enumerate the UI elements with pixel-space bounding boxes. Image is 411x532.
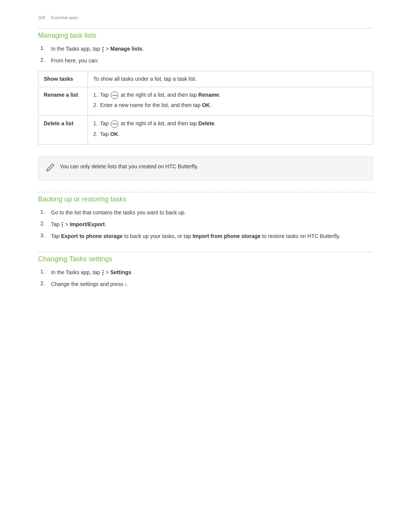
table-row-show-tasks: Show tasks To show all tasks under a lis… (38, 71, 373, 87)
step-number: 2. (40, 220, 49, 227)
delete-steps: 1. Tap at the right of a list, and then … (93, 120, 367, 138)
page-header: 168 Essential apps (38, 15, 373, 21)
section-divider-backup (38, 192, 373, 192)
circle-more-icon (111, 120, 118, 128)
settings-step-1: 1. In the Tasks app, tap > Settings (38, 268, 373, 276)
settings-label: Settings (110, 269, 131, 275)
section-divider-settings (38, 252, 373, 252)
export-label: Export to phone storage (61, 233, 123, 239)
table-label-show-tasks: Show tasks (38, 71, 88, 87)
inner-step-num: 1. (93, 91, 100, 99)
step-number: 1. (40, 45, 49, 51)
settings-step-2: 2. Change the settings and press ‹. (38, 280, 373, 289)
rename-step-2: 2. Enter a new name for the list, and th… (93, 101, 367, 109)
task-options-table: Show tasks To show all tasks under a lis… (38, 71, 373, 145)
page-number: 168 (38, 15, 45, 20)
inner-step-text: Tap at the right of a list, and then tap… (100, 91, 221, 99)
table-desc-rename: 1. Tap at the right of a list, and then … (88, 87, 373, 116)
step-text: Tap > Import/Export. (51, 220, 373, 228)
three-dot-icon (62, 222, 63, 227)
backing-up-content: 1. Go to the list that contains the task… (38, 209, 373, 240)
three-dot-icon (102, 270, 104, 275)
inner-step-num: 2. (93, 130, 100, 138)
step-number: 1. (40, 268, 49, 275)
delete-label: Delete (198, 120, 214, 126)
inner-step-text: Tap at the right of a list, and then tap… (100, 120, 216, 128)
manage-lists-label: Manage lists (110, 46, 142, 52)
managing-task-lists-content: 1. In the Tasks app, tap > Manage lists.… (38, 45, 373, 145)
back-arrow-icon: ‹ (125, 280, 127, 288)
step-text: From here, you can: (51, 57, 373, 65)
section-title-backup: Backing up or restoring tasks (38, 195, 373, 203)
step-text: In the Tasks app, tap > Settings (51, 268, 373, 276)
step-number: 3. (40, 232, 49, 238)
managing-step-1: 1. In the Tasks app, tap > Manage lists. (38, 45, 373, 53)
section-title-managing: Managing task lists (38, 32, 373, 40)
inner-step-text: Enter a new name for the list, and then … (100, 101, 212, 109)
ok-label: OK (202, 102, 210, 108)
table-row-rename: Rename a list 1. Tap at the righ (38, 87, 373, 116)
step-number: 1. (40, 209, 49, 215)
managing-step-2: 2. From here, you can: (38, 57, 373, 65)
rename-steps: 1. Tap at the right of a list, and then … (93, 91, 367, 109)
table-desc-show-tasks: To show all tasks under a list, tap a ta… (88, 71, 373, 87)
section-divider-managing (38, 28, 373, 29)
step-text: In the Tasks app, tap > Manage lists. (51, 45, 373, 53)
step-number: 2. (40, 280, 49, 286)
section-title-settings: Changing Tasks settings (38, 255, 373, 263)
page: 168 Essential apps Managing task lists 1… (0, 0, 411, 532)
step-text: Go to the list that contains the tasks y… (51, 209, 373, 217)
inner-step-text: Tap OK. (100, 130, 119, 138)
rename-label: Rename (198, 92, 219, 98)
backup-step-3: 3. Tap Export to phone storage to back u… (38, 232, 373, 240)
settings-steps-list: 1. In the Tasks app, tap > Settings 2. C… (38, 268, 373, 289)
pencil-icon (46, 163, 54, 174)
inner-step-num: 2. (93, 101, 100, 109)
backup-steps-list: 1. Go to the list that contains the task… (38, 209, 373, 240)
table-desc-delete: 1. Tap at the right of a list, and then … (88, 116, 373, 144)
three-dot-icon (102, 47, 104, 52)
changing-settings-content: 1. In the Tasks app, tap > Settings 2. C… (38, 268, 373, 289)
inner-step-num: 1. (93, 120, 100, 128)
table-label-rename: Rename a list (38, 87, 88, 116)
delete-step-1: 1. Tap at the right of a list, and then … (93, 120, 367, 128)
ok-label: OK (110, 131, 118, 137)
backup-step-1: 1. Go to the list that contains the task… (38, 209, 373, 217)
rename-step-1: 1. Tap at the right of a list, and then … (93, 91, 367, 99)
table-row-delete: Delete a list 1. Tap at the righ (38, 116, 373, 144)
page-label: Essential apps (51, 15, 78, 20)
import-label: Import from phone storage (193, 233, 261, 239)
note-text: You can only delete lists that you creat… (60, 163, 198, 171)
table-label-delete: Delete a list (38, 116, 88, 144)
managing-steps-list: 1. In the Tasks app, tap > Manage lists.… (38, 45, 373, 65)
step-number: 2. (40, 57, 49, 63)
step-text: Change the settings and press ‹. (51, 280, 373, 289)
circle-more-icon (111, 91, 118, 99)
delete-step-2: 2. Tap OK. (93, 130, 367, 138)
backup-step-2: 2. Tap > Import/Export. (38, 220, 373, 228)
step-text: Tap Export to phone storage to back up y… (51, 232, 373, 240)
import-export-label: Import/Export (70, 221, 105, 227)
note-box: You can only delete lists that you creat… (38, 156, 373, 181)
